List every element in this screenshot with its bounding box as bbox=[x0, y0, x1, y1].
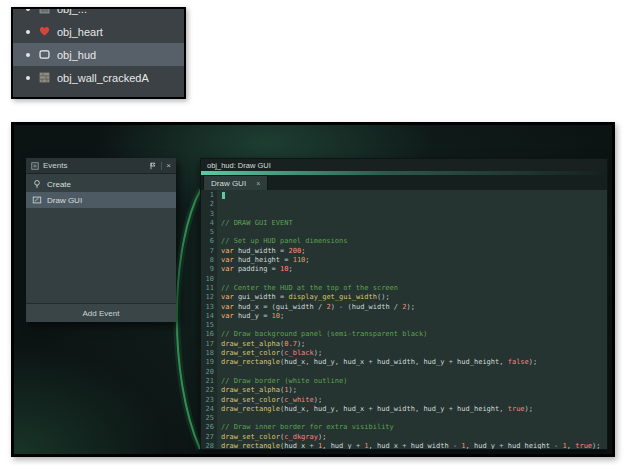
code-text: var hud_y = 10; bbox=[217, 312, 607, 321]
events-titlebar[interactable]: Events × bbox=[26, 158, 176, 174]
code-line[interactable]: 1 bbox=[201, 191, 607, 200]
asset-row[interactable]: obj_wall_crackedA bbox=[13, 66, 184, 89]
code-line[interactable]: 27draw_set_color(c_dkgray); bbox=[201, 433, 607, 442]
line-number: 16 bbox=[201, 330, 217, 339]
code-window-title: obj_hud: Draw GUI bbox=[207, 161, 271, 170]
code-line[interactable]: 22draw_set_alpha(1); bbox=[201, 386, 607, 395]
asset-row[interactable]: obj_hud bbox=[13, 43, 184, 66]
screenshot-root: obj_...obj_heartobj_hudobj_wall_crackedA… bbox=[0, 0, 626, 465]
code-line[interactable]: 28draw_rectangle(hud_x + 1, hud_y + 1, h… bbox=[201, 442, 607, 449]
code-text: draw_rectangle(hud_x, hud_y, hud_x + hud… bbox=[217, 358, 607, 367]
asset-label: obj_hud bbox=[57, 49, 96, 61]
code-line[interactable]: 6// Set up HUD panel dimensions bbox=[201, 237, 607, 246]
code-line[interactable]: 19draw_rectangle(hud_x, hud_y, hud_x + h… bbox=[201, 358, 607, 367]
asset-row[interactable]: obj_... bbox=[13, 7, 184, 20]
code-line[interactable]: 20 bbox=[201, 368, 607, 377]
line-number: 5 bbox=[201, 228, 217, 237]
code-text: draw_set_color(c_black); bbox=[217, 349, 607, 358]
line-number: 15 bbox=[201, 321, 217, 330]
asset-row[interactable]: obj_heart bbox=[13, 20, 184, 43]
code-text: // Draw background panel (semi-transpare… bbox=[217, 330, 607, 339]
code-line[interactable]: 10 bbox=[201, 275, 607, 284]
code-line[interactable]: 21// Draw border (white outline) bbox=[201, 377, 607, 386]
asset-browser-panel: obj_...obj_heartobj_hudobj_wall_crackedA bbox=[11, 7, 186, 99]
draw-gui-event-icon bbox=[32, 195, 42, 205]
code-line[interactable]: 24draw_rectangle(hud_x, hud_y, hud_x + h… bbox=[201, 405, 607, 414]
tab-label: Draw GUI bbox=[211, 179, 246, 188]
code-line[interactable]: 16// Draw background panel (semi-transpa… bbox=[201, 330, 607, 339]
line-number: 1 bbox=[201, 191, 217, 200]
tree-bullet-icon bbox=[26, 53, 30, 57]
add-event-button[interactable]: Add Event bbox=[26, 303, 176, 322]
line-number: 27 bbox=[201, 433, 217, 442]
event-item-create[interactable]: Create bbox=[26, 176, 176, 192]
code-line[interactable]: 5 bbox=[201, 228, 607, 237]
line-number: 13 bbox=[201, 303, 217, 312]
code-editor[interactable]: 1234// DRAW GUI EVENT56// Set up HUD pan… bbox=[201, 190, 607, 449]
code-text: // Draw border (white outline) bbox=[217, 377, 607, 386]
code-text bbox=[217, 321, 607, 330]
code-text bbox=[217, 228, 607, 237]
code-text bbox=[217, 210, 607, 219]
code-line[interactable]: 2 bbox=[201, 200, 607, 209]
code-line[interactable]: 8var hud_height = 110; bbox=[201, 256, 607, 265]
code-text bbox=[217, 414, 607, 423]
code-text: // Draw inner border for extra visibilit… bbox=[217, 423, 607, 432]
code-text: var hud_width = 200; bbox=[217, 247, 607, 256]
flag-icon[interactable] bbox=[149, 162, 157, 170]
code-text: // Set up HUD panel dimensions bbox=[217, 237, 607, 246]
code-line[interactable]: 13var hud_x = (gui_width / 2) - (hud_wid… bbox=[201, 303, 607, 312]
event-item-draw-gui[interactable]: Draw GUI bbox=[26, 192, 176, 208]
code-line[interactable]: 3 bbox=[201, 210, 607, 219]
code-line[interactable]: 7var hud_width = 200; bbox=[201, 247, 607, 256]
code-line[interactable]: 17draw_set_alpha(0.7); bbox=[201, 340, 607, 349]
code-text bbox=[217, 275, 607, 284]
code-line[interactable]: 23draw_set_color(c_white); bbox=[201, 396, 607, 405]
line-number: 26 bbox=[201, 423, 217, 432]
line-number: 3 bbox=[201, 210, 217, 219]
code-line[interactable]: 11// Center the HUD at the top of the sc… bbox=[201, 284, 607, 293]
tree-bullet-icon bbox=[26, 76, 30, 80]
hud-sprite-icon bbox=[37, 48, 51, 62]
code-line[interactable]: 9var padding = 10; bbox=[201, 265, 607, 274]
line-number: 14 bbox=[201, 312, 217, 321]
close-icon[interactable]: × bbox=[166, 162, 171, 170]
line-number: 19 bbox=[201, 358, 217, 367]
code-line[interactable]: 25 bbox=[201, 414, 607, 423]
code-text: // Center the HUD at the top of the scre… bbox=[217, 284, 607, 293]
line-number: 2 bbox=[201, 200, 217, 209]
code-line[interactable]: 4// DRAW GUI EVENT bbox=[201, 219, 607, 228]
line-number: 17 bbox=[201, 340, 217, 349]
line-number: 21 bbox=[201, 377, 217, 386]
line-number: 23 bbox=[201, 396, 217, 405]
code-line[interactable]: 15 bbox=[201, 321, 607, 330]
code-window-caption[interactable]: obj_hud: Draw GUI bbox=[201, 159, 607, 171]
events-list: CreateDraw GUI bbox=[26, 174, 176, 303]
events-window: Events × CreateDraw GUI Add Event bbox=[26, 158, 176, 322]
tab-draw-gui[interactable]: Draw GUI × bbox=[203, 175, 268, 190]
wall-sprite-icon bbox=[37, 71, 51, 85]
code-text: draw_set_alpha(1); bbox=[217, 386, 607, 395]
code-line[interactable]: 18draw_set_color(c_black); bbox=[201, 349, 607, 358]
event-label: Draw GUI bbox=[47, 196, 82, 205]
asset-label: obj_wall_crackedA bbox=[57, 72, 149, 84]
code-text: draw_set_alpha(0.7); bbox=[217, 340, 607, 349]
code-line[interactable]: 12var gui_width = display_get_gui_width(… bbox=[201, 293, 607, 302]
code-lines: 1234// DRAW GUI EVENT56// Set up HUD pan… bbox=[201, 190, 607, 449]
code-text bbox=[217, 191, 607, 200]
code-line[interactable]: 26// Draw inner border for extra visibil… bbox=[201, 423, 607, 432]
line-number: 8 bbox=[201, 256, 217, 265]
code-text: draw_rectangle(hud_x + 1, hud_y + 1, hud… bbox=[217, 442, 607, 449]
code-tab-bar: Draw GUI × bbox=[201, 175, 607, 190]
heart-icon bbox=[37, 25, 51, 39]
code-line[interactable]: 14var hud_y = 10; bbox=[201, 312, 607, 321]
line-number: 12 bbox=[201, 293, 217, 302]
code-text: var gui_width = display_get_gui_width(); bbox=[217, 293, 607, 302]
code-text: var hud_height = 110; bbox=[217, 256, 607, 265]
sprite-generic-icon bbox=[37, 7, 51, 16]
create-event-icon bbox=[32, 179, 42, 189]
titlebar-divider bbox=[161, 162, 162, 170]
tab-close-icon[interactable]: × bbox=[256, 180, 260, 187]
text-caret bbox=[222, 192, 225, 199]
line-number: 20 bbox=[201, 368, 217, 377]
